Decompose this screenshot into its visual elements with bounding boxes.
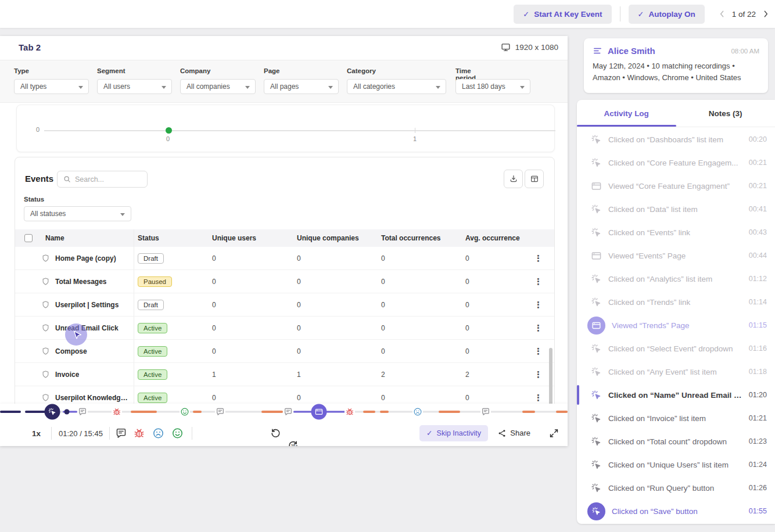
timeline-marker-smile-icon[interactable] <box>180 407 190 417</box>
table-row[interactable]: Invoice Active 1 1 2 2⋮ <box>15 363 554 386</box>
activity-item[interactable]: Viewed “Trends” Page01:15 <box>577 314 775 337</box>
table-row[interactable]: Compose Active 0 0 0 0⋮ <box>15 340 554 363</box>
autoplay-toggle-button[interactable]: ✓ Autoplay On <box>629 5 705 24</box>
note-icon <box>115 427 127 439</box>
chevron-down-icon <box>328 86 333 89</box>
company-filter-select[interactable]: All companies <box>180 79 256 94</box>
click-icon <box>591 157 602 168</box>
columns-button[interactable] <box>525 170 544 188</box>
timeline-marker-window-icon[interactable] <box>311 404 327 420</box>
start-at-key-event-button[interactable]: ✓ Start At Key Event <box>514 5 611 24</box>
click-icon <box>591 436 602 447</box>
click-icon <box>591 343 602 354</box>
timeline-marker-sad-icon[interactable] <box>412 407 423 417</box>
row-menu-button[interactable]: ⋮ <box>534 323 543 332</box>
timeline-marker-dot[interactable] <box>64 409 70 415</box>
chart-data-point[interactable] <box>166 127 172 134</box>
time-period-filter-select[interactable]: Last 180 days <box>455 79 530 94</box>
activity-item[interactable]: Clicked on “Invoice” list item01:21 <box>577 407 775 430</box>
activity-item-current[interactable]: Clicked on “Name” Unread Email C...01:20 <box>577 383 775 407</box>
select-all-checkbox[interactable] <box>24 234 33 242</box>
playback-time: 01:20 / 15:45 <box>59 429 103 437</box>
activity-item[interactable]: Clicked on “Any Event” list item01:18 <box>577 360 775 383</box>
fullscreen-button[interactable] <box>548 427 559 438</box>
tab-notes[interactable]: Notes (3) <box>676 100 775 127</box>
status-badge: Active <box>138 393 167 403</box>
chevron-down-icon <box>520 86 525 89</box>
timeline-marker-note-icon[interactable] <box>215 407 225 417</box>
activity-item[interactable]: Clicked on “Unique Users” list item01:24 <box>577 453 775 476</box>
filter-label-category: Category <box>347 67 376 74</box>
event-name: Invoice <box>55 371 79 379</box>
previous-recording-button[interactable] <box>717 9 727 19</box>
column-header-avg-occurrence: Avg. occurrence <box>462 234 555 242</box>
check-icon: ✓ <box>638 10 644 19</box>
activity-item[interactable]: Viewed “Events” Page00:44 <box>577 244 775 267</box>
table-row[interactable]: Total Meesages Paused 0 0 0 0⋮ <box>15 270 554 293</box>
table-row[interactable]: Home Page (copy) Draft 0 0 0 0⋮ <box>15 247 554 270</box>
table-row[interactable]: Userpilot | Settings Draft 0 0 0 0⋮ <box>15 293 554 317</box>
row-menu-button[interactable]: ⋮ <box>534 254 543 263</box>
playback-speed-button[interactable]: 1x <box>32 429 41 437</box>
table-header-row: Name Status Unique users Unique companie… <box>15 229 554 247</box>
session-replay-screen: ✓ Start At Key Event ✓ Autoplay On 1 of … <box>0 0 775 532</box>
timeline-marker-note-icon[interactable] <box>77 407 88 417</box>
report-bug-button[interactable] <box>133 427 145 439</box>
session-info-card[interactable]: Alice Smith 08:00 AM May 12th, 2024 • 10… <box>584 38 768 93</box>
segment-filter-select[interactable]: All users <box>97 79 172 94</box>
player-timeline[interactable] <box>0 404 568 420</box>
sad-face-icon <box>152 427 164 439</box>
events-title: Events <box>25 174 53 184</box>
event-name: Home Page (copy) <box>55 254 116 263</box>
activity-item[interactable]: Clicked on “Core Feature Engagem...00:21 <box>577 151 775 174</box>
timeline-marker-note-icon[interactable] <box>480 407 491 417</box>
tab-activity-log[interactable]: Activity Log <box>577 100 676 127</box>
row-menu-button[interactable]: ⋮ <box>534 393 543 402</box>
cursor-arrow-icon <box>71 329 84 342</box>
timeline-marker-click-icon[interactable] <box>45 404 60 420</box>
add-note-button[interactable] <box>115 427 127 439</box>
share-label: Share <box>510 429 530 437</box>
activity-item[interactable]: Clicked on “Events” link00:43 <box>577 221 775 244</box>
next-recording-button[interactable] <box>761 9 770 19</box>
top-toolbar: ✓ Start At Key Event ✓ Autoplay On 1 of … <box>0 0 775 28</box>
chevron-down-icon <box>245 86 250 89</box>
export-button[interactable] <box>504 170 523 188</box>
activity-item[interactable]: Clicked on “Total count” dropdown01:23 <box>577 430 775 453</box>
chevron-down-icon <box>78 86 83 89</box>
activity-item[interactable]: Clicked on “Analytics” list item01:12 <box>577 267 775 290</box>
row-menu-button[interactable]: ⋮ <box>534 300 543 309</box>
timeline-marker-bug-icon[interactable] <box>112 407 122 417</box>
search-input[interactable] <box>75 175 141 184</box>
timeline-marker-note-icon[interactable] <box>283 407 293 417</box>
frustration-marker-button[interactable] <box>152 427 164 439</box>
start-at-key-event-label: Start At Key Event <box>534 10 602 19</box>
activity-item[interactable]: Clicked on “Run Query” button01:26 <box>577 476 775 499</box>
share-button[interactable]: Share <box>497 429 530 438</box>
activity-item[interactable]: Clicked on “Select Event” dropdown01:16 <box>577 337 775 360</box>
table-row[interactable]: Unread Email Click Active 0 0 0 0⋮ <box>15 317 554 340</box>
activity-item[interactable]: Viewed “Core Feature Engagment”00:21 <box>577 174 775 197</box>
status-badge: Active <box>138 369 167 380</box>
filter-label-company: Company <box>180 67 210 74</box>
skip-inactivity-toggle[interactable]: ✓ Skip Inactivity <box>419 425 488 441</box>
row-menu-button[interactable]: ⋮ <box>534 347 543 355</box>
activity-item[interactable]: Clicked on “Data” list item00:41 <box>577 197 775 221</box>
event-tag-icon <box>41 323 50 332</box>
activity-item-key-event[interactable]: Clicked on “Save” button01:55 <box>577 499 775 523</box>
timeline-marker-bug-icon[interactable] <box>345 407 355 417</box>
event-name: Unread Email Click <box>55 324 119 332</box>
type-filter-select[interactable]: All types <box>14 79 89 94</box>
status-filter-select[interactable]: All statuses <box>24 206 131 221</box>
row-menu-button[interactable]: ⋮ <box>534 370 543 379</box>
row-menu-button[interactable]: ⋮ <box>534 277 543 286</box>
delight-marker-button[interactable] <box>171 427 184 439</box>
timeline-inactivity-segment <box>380 411 389 413</box>
click-icon <box>587 502 605 520</box>
chevron-down-icon <box>162 86 166 89</box>
activity-item[interactable]: Clicked on “Dashboards” list item00:20 <box>577 128 775 151</box>
click-icon <box>591 297 602 308</box>
page-filter-select[interactable]: All pages <box>264 79 339 94</box>
activity-item[interactable]: Clicked on “Trends” link01:14 <box>577 290 775 314</box>
category-filter-select[interactable]: All categories <box>347 79 446 94</box>
